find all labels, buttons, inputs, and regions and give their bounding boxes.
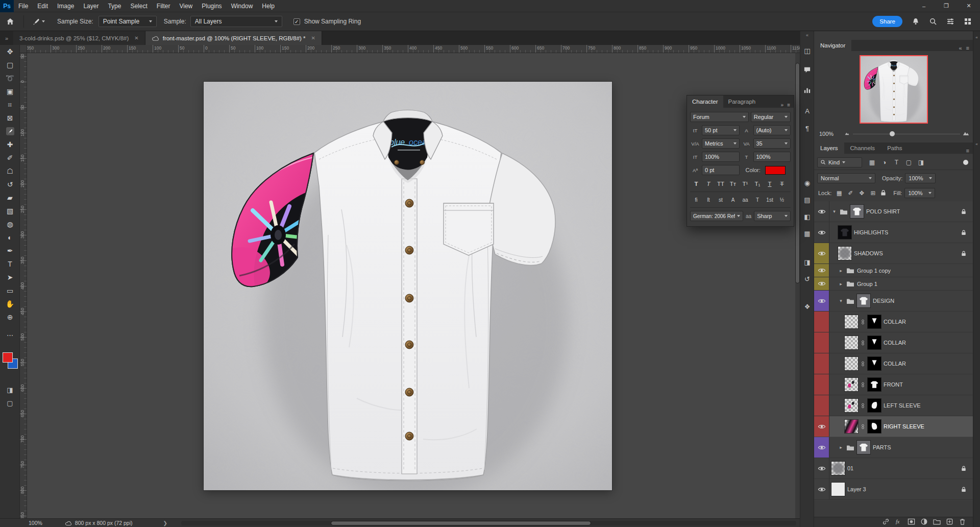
zoom-out-icon[interactable] (845, 132, 849, 135)
all-caps-button[interactable]: TT (715, 178, 727, 189)
horizontal-scale-input[interactable]: 100% (753, 152, 791, 162)
document-image[interactable]: blue ocean (204, 82, 612, 490)
home-button[interactable] (0, 17, 20, 26)
opacity-select[interactable]: 100% (905, 173, 936, 183)
vertical-ruler[interactable]: 1005005010015020025030035040045050055060… (20, 53, 27, 518)
new-group-button[interactable] (933, 518, 941, 527)
slider-track[interactable] (853, 134, 960, 134)
strikethrough-button[interactable]: T (776, 178, 788, 189)
layer-thumbnail[interactable] (850, 205, 864, 218)
panel-comments-icon[interactable] (800, 64, 814, 75)
layer-row-front[interactable]: FRONT (814, 374, 973, 395)
layer-mask-thumbnail[interactable] (868, 378, 881, 391)
ordinals-button[interactable]: 1st (764, 194, 776, 205)
character-color-swatch[interactable] (765, 166, 786, 175)
layer-visibility-toggle[interactable] (814, 222, 829, 243)
layer-thumbnail[interactable] (831, 483, 845, 496)
rectangular-marquee-tool[interactable]: ▢ (0, 58, 20, 71)
contextual-alternates-button[interactable]: ſt (702, 194, 715, 205)
vertical-scale-input[interactable]: 100% (702, 152, 740, 162)
layer-thumbnail[interactable] (845, 336, 858, 349)
panel-gradients-icon[interactable]: ◧ (800, 211, 814, 222)
layer-visibility-toggle[interactable] (814, 353, 829, 374)
layer-thumbnail[interactable] (857, 294, 870, 307)
show-sampling-ring-checkbox[interactable]: ✓ (293, 18, 300, 25)
layer-visibility-toggle[interactable] (814, 458, 829, 478)
foreground-color-swatch[interactable] (3, 352, 13, 363)
panel-menu-icon[interactable]: ≡ (966, 45, 969, 51)
panel-paragraph-icon[interactable]: ¶ (800, 123, 814, 134)
navigator-thumbnail[interactable] (860, 55, 928, 124)
layer-visibility-toggle[interactable] (814, 395, 829, 416)
tab-character[interactable]: Character (687, 95, 723, 108)
quick-mask-button[interactable]: ◨ (0, 386, 20, 394)
layer-row-shadows[interactable]: SHADOWS (814, 243, 973, 264)
underline-button[interactable]: T (764, 178, 776, 189)
menu-help[interactable]: Help (257, 0, 279, 12)
layer-row-group-1-copy[interactable]: ▸Group 1 copy (814, 264, 973, 277)
frame-tool[interactable]: ⊠ (0, 111, 20, 125)
discretionary-ligatures-button[interactable]: st (715, 194, 727, 205)
document-canvas[interactable]: blue ocean (204, 82, 612, 490)
bell-icon[interactable] (912, 17, 920, 26)
menu-image[interactable]: Image (53, 0, 79, 12)
subscript-button[interactable]: T₁ (751, 178, 764, 189)
navigator-zoom-value[interactable]: 100% (819, 131, 841, 137)
menu-view[interactable]: View (175, 0, 197, 12)
pen-tool[interactable]: ✒ (0, 244, 20, 257)
tracking-select[interactable]: 35 (753, 138, 791, 149)
horizontal-type-tool[interactable]: T (0, 257, 20, 271)
zoom-in-icon[interactable] (963, 131, 969, 136)
panel-libraries-icon[interactable]: ❖ (800, 301, 814, 312)
minimize-button[interactable]: – (913, 0, 935, 12)
panel-collapse-icon[interactable]: » (781, 102, 784, 108)
slider-handle[interactable] (890, 131, 895, 136)
expand-dock-icon[interactable]: « (973, 142, 980, 147)
layer-visibility-toggle[interactable] (814, 277, 829, 290)
eyedropper-tool[interactable] (0, 125, 20, 138)
collapse-dock-icon[interactable]: « (800, 33, 814, 38)
maximize-button[interactable]: ❐ (935, 0, 958, 12)
layer-thumbnail[interactable] (845, 399, 858, 412)
tab-paths[interactable]: Paths (881, 142, 908, 154)
faux-bold-button[interactable]: T (690, 178, 702, 189)
menu-edit[interactable]: Edit (33, 0, 53, 12)
layer-thumbnail[interactable] (845, 378, 858, 391)
layer-row-collar[interactable]: COLLAR (814, 353, 973, 374)
layer-row-highlights[interactable]: HIGHLIGHTS (814, 222, 973, 243)
menu-window[interactable]: Window (227, 0, 258, 12)
layer-visibility-toggle[interactable] (814, 374, 829, 395)
layer-row-group-1[interactable]: ▸Group 1 (814, 277, 973, 291)
document-tab-1[interactable]: 3-cold-drinks.psb @ 25% ($12, CMYK/8#)✕ (13, 31, 145, 45)
new-layer-button[interactable] (946, 518, 953, 527)
layer-visibility-toggle[interactable] (814, 201, 829, 222)
layer-visibility-toggle[interactable] (814, 416, 829, 437)
blur-tool[interactable]: ◍ (0, 218, 20, 231)
panel-color-icon[interactable]: ◉ (800, 177, 814, 188)
canvas-area[interactable]: blue ocean (27, 53, 795, 518)
blend-mode-select[interactable]: Normal (817, 173, 875, 183)
link-layers-button[interactable] (882, 518, 890, 527)
layer-thumbnail[interactable] (845, 420, 858, 433)
vertical-scrollbar-thumb[interactable] (796, 63, 799, 283)
group-caret[interactable]: ▸ (838, 445, 844, 450)
zoom-tool[interactable]: ⊕ (0, 310, 20, 324)
sliders-icon[interactable] (946, 17, 954, 26)
object-selection-tool[interactable]: ▣ (0, 85, 20, 98)
status-zoom-value[interactable]: 100% (29, 520, 42, 526)
status-chevron-icon[interactable]: ❯ (163, 520, 167, 526)
layer-mask-thumbnail[interactable] (868, 420, 881, 433)
panel-character-icon[interactable]: A (800, 105, 814, 116)
crop-tool[interactable]: ⌗ (0, 98, 20, 111)
font-family-select[interactable]: Forum (690, 112, 749, 122)
expand-dock-icon[interactable]: « (973, 35, 980, 40)
panel-columns-icon[interactable]: ◫ (800, 45, 814, 56)
workspace-grid-icon[interactable] (964, 17, 972, 26)
layer-thumbnail[interactable] (838, 247, 851, 260)
add-layer-mask-button[interactable] (908, 518, 915, 527)
baseline-shift-input[interactable]: 0 pt (702, 165, 740, 175)
group-caret[interactable]: ▾ (838, 298, 844, 303)
tab-channels[interactable]: Channels (844, 142, 881, 154)
spot-healing-brush-tool[interactable]: ✚ (0, 138, 20, 151)
panel-history-icon[interactable]: ↺ (800, 273, 814, 284)
